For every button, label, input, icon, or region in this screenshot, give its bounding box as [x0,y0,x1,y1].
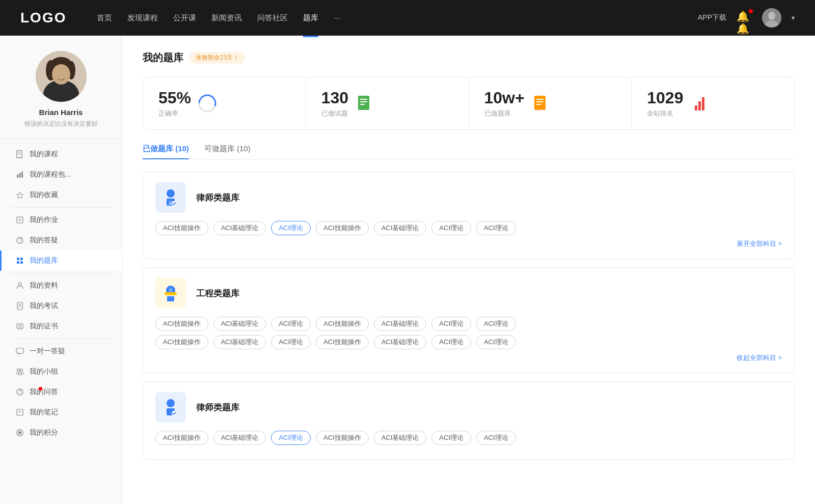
sidebar-item-doubt[interactable]: ? 我的答疑 [0,230,122,250]
tag-2-0[interactable]: ACI技能操作 [155,431,208,445]
account-chevron[interactable]: ▾ [792,14,795,21]
notification-bell[interactable]: 🔔 [737,10,752,25]
svg-rect-31 [17,324,23,328]
tag-1-1-2[interactable]: ACI理论 [271,335,311,349]
tag-1-1-3[interactable]: ACI技能操作 [316,335,369,349]
grid-icon [15,256,24,265]
tag-1-0-4[interactable]: ACI基础理论 [374,317,427,331]
nav-bank[interactable]: 题库 [303,11,318,25]
main-content: 我的题库 体验剩余23天！ 55% 正确率 [122,36,815,504]
svg-rect-47 [358,96,369,110]
tag-2-2[interactable]: ACI理论 [271,431,311,445]
tab-available[interactable]: 可做题库 (10) [204,144,251,159]
tag-0-0[interactable]: ACI技能操作 [155,221,208,235]
star-icon [15,190,24,200]
sidebar-item-exam[interactable]: 我的考试 [0,296,122,316]
stat-banks-label: 已做题库 [484,109,525,118]
tag-1-1-5[interactable]: ACI理论 [431,335,471,349]
tab-done[interactable]: 已做题库 (10) [143,144,189,159]
bank-card-1: 工程类题库 ACI技能操作 ACI基础理论 ACI理论 ACI技能操作 ACI基… [143,267,795,373]
svg-rect-24 [17,261,19,264]
sidebar-item-course[interactable]: 我的课程 [0,144,122,164]
sidebar-item-qa[interactable]: ? 我的问答 [0,382,122,402]
svg-rect-17 [17,217,23,223]
svg-rect-15 [21,172,23,178]
app-download[interactable]: APP下载 [698,13,726,22]
chart-icon [15,170,24,179]
svg-point-1 [768,12,775,20]
tag-1-1-4[interactable]: ACI基础理论 [374,335,427,349]
sidebar-label-note: 我的笔记 [30,408,58,417]
avatar-nav[interactable] [762,8,781,27]
divider-3 [10,339,112,339]
svg-marker-16 [17,192,23,199]
bank-card-2-header: 律师类题库 [155,392,782,423]
tag-1-1-6[interactable]: ACI理论 [476,335,516,349]
sidebar-item-oneone[interactable]: 一对一答疑 [0,341,122,361]
page-layout: Brian Harris 错误的决定比没有决定要好 我的课程 我的课程包... [0,36,815,504]
tag-0-5[interactable]: ACI理论 [431,221,471,235]
tag-2-5[interactable]: ACI理论 [431,431,471,445]
stat-ranking: 1029 全站排名 [632,77,794,129]
tag-2-6[interactable]: ACI理论 [476,431,516,445]
svg-rect-22 [17,258,19,260]
sidebar-item-group[interactable]: 我的小组 [0,361,122,382]
stat-done-banks: 10w+ 已做题库 [469,77,632,129]
tag-1-0-2[interactable]: ACI理论 [271,317,311,331]
sidebar-label-oneone: 一对一答疑 [30,347,65,356]
tag-1-0-6[interactable]: ACI理论 [476,317,516,331]
tag-2-1[interactable]: ACI基础理论 [213,431,266,445]
tag-0-1[interactable]: ACI基础理论 [213,221,266,235]
sidebar-item-cert[interactable]: 我的证书 [0,316,122,337]
doc-icon [15,301,24,311]
tag-row-0: ACI技能操作 ACI基础理论 ACI理论 ACI技能操作 ACI基础理论 AC… [155,221,782,235]
svg-point-62 [169,288,173,292]
page-title: 我的题库 [143,51,183,65]
bank-title-0: 律师类题库 [196,192,239,204]
bank-title-2: 律师类题库 [196,402,239,413]
tag-2-4[interactable]: ACI基础理论 [374,431,427,445]
tag-1-1-0[interactable]: ACI技能操作 [155,335,208,349]
tag-1-0-1[interactable]: ACI基础理论 [213,317,266,331]
sidebar-label-cert: 我的证书 [30,322,58,331]
tag-0-2[interactable]: ACI理论 [271,221,311,235]
nav-more[interactable]: ··· [334,11,340,25]
logo[interactable]: LOGO [20,10,66,26]
nav-home[interactable]: 首页 [97,11,112,25]
sidebar-item-coursepack[interactable]: 我的课程包... [0,164,122,185]
sidebar-item-note[interactable]: 我的笔记 [0,402,122,423]
sidebar-label-bank: 我的题库 [30,256,58,265]
nav-opencourse[interactable]: 公开课 [173,11,196,25]
nav-discover[interactable]: 发现课程 [127,11,158,25]
collapse-link-1[interactable]: 收起全部科目 > [155,353,782,362]
svg-point-9 [52,64,70,85]
sidebar-item-favorite[interactable]: 我的收藏 [0,185,122,205]
svg-rect-14 [19,173,21,178]
bank-title-1: 工程类题库 [196,288,239,299]
tag-0-4[interactable]: ACI基础理论 [374,221,427,235]
tag-0-3[interactable]: ACI技能操作 [316,221,369,235]
profile-name: Brian Harris [39,108,83,117]
divider-2 [10,273,112,273]
sidebar-item-material[interactable]: 我的资料 [0,275,122,296]
note-icon [15,408,24,417]
stat-done-info: 130 已做试题 [321,89,348,118]
tag-1-0-0[interactable]: ACI技能操作 [155,317,208,331]
tag-0-6[interactable]: ACI理论 [476,221,516,235]
sidebar-label-material: 我的资料 [30,281,58,290]
sidebar-label-coursepack: 我的课程包... [30,170,71,179]
sidebar-item-bank[interactable]: 我的题库 [0,250,122,271]
sheet-orange-icon [532,94,550,113]
people-icon [15,281,24,290]
tag-2-3[interactable]: ACI技能操作 [316,431,369,445]
nav-news[interactable]: 新闻资讯 [211,11,242,25]
sidebar-label-homework: 我的作业 [30,215,58,225]
tag-1-0-5[interactable]: ACI理论 [431,317,471,331]
tag-1-0-3[interactable]: ACI技能操作 [316,317,369,331]
nav-qa[interactable]: 问答社区 [257,11,288,25]
sidebar-item-homework[interactable]: 我的作业 [0,210,122,230]
stat-done-label: 已做试题 [321,109,348,118]
expand-link-0[interactable]: 展开全部科目 > [155,239,782,248]
sidebar-item-points[interactable]: 我的积分 [0,423,122,443]
tag-1-1-1[interactable]: ACI基础理论 [213,335,266,349]
